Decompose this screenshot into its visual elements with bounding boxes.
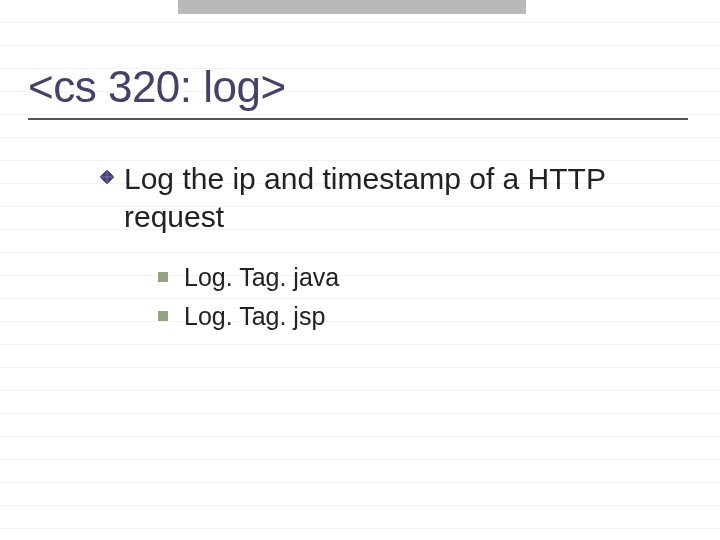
slide-title: <cs 320: log> <box>28 62 692 112</box>
square-bullet-icon <box>158 311 168 321</box>
body-content: Log the ip and timestamp of a HTTP reque… <box>28 160 692 331</box>
sublist: Log. Tag. java Log. Tag. jsp <box>100 263 652 331</box>
diamond-bullet-icon <box>100 170 114 184</box>
list-item: Log. Tag. jsp <box>158 302 652 331</box>
list-item-text: Log. Tag. java <box>184 263 339 292</box>
list-item-text: Log the ip and timestamp of a HTTP reque… <box>124 160 652 237</box>
list-item: Log the ip and timestamp of a HTTP reque… <box>100 160 652 237</box>
list-item-text: Log. Tag. jsp <box>184 302 325 331</box>
slide-content: <cs 320: log> Log the ip and timestamp o… <box>0 0 720 331</box>
title-underline <box>28 118 688 120</box>
list-item: Log. Tag. java <box>158 263 652 292</box>
square-bullet-icon <box>158 272 168 282</box>
